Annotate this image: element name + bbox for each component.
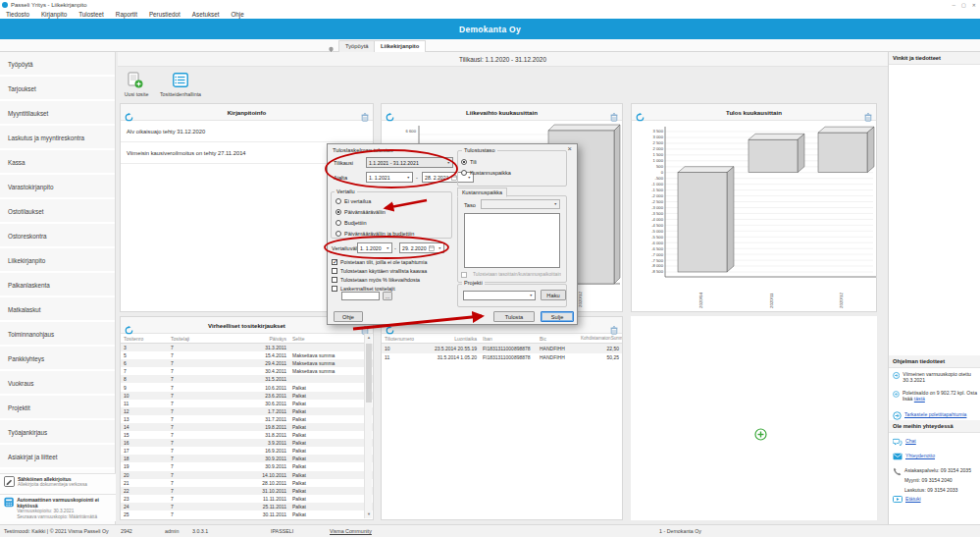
table-row[interactable]: 21728.10.2011Palkat <box>121 479 373 487</box>
menu-item-asetukset[interactable]: Asetukset <box>186 11 226 18</box>
help-button[interactable]: Ohje <box>334 311 363 322</box>
search-button[interactable]: Haku <box>541 290 566 300</box>
minimize-icon[interactable]: ─ <box>953 2 956 8</box>
projekti-select[interactable]: ▼ <box>463 291 536 300</box>
menu-item-raportit[interactable]: Raportit <box>110 11 143 18</box>
tilikausi-select[interactable]: 1.1.2021 - 31.12.2021▼ <box>366 157 453 168</box>
radio-icon[interactable] <box>335 220 341 226</box>
sidebar-item[interactable]: Ostoreskontra <box>0 224 115 248</box>
dialog-checkbox[interactable]: Poistetaan tilit, joilla ei ole tapahtum… <box>332 257 453 266</box>
taso-select[interactable]: ▼ <box>481 199 560 209</box>
table-row[interactable]: 19730.9.2011Palkat <box>121 462 373 470</box>
refresh-icon[interactable] <box>125 321 133 339</box>
table-row[interactable]: 13731.7.2011Palkat <box>121 415 373 423</box>
table-row[interactable]: 18730.9.2011Palkat <box>121 455 373 462</box>
sidebar-item[interactable]: Tarjoukset <box>0 77 115 101</box>
dialog-close-icon[interactable]: × <box>568 145 572 153</box>
table-row[interactable]: 7730.4.2011Maksettava summa <box>121 367 373 375</box>
vertailu-radio-option[interactable]: Päivämääräväliin <box>335 206 449 217</box>
table-row[interactable]: 9710.6.2011Palkat <box>121 383 373 391</box>
sidebar-item[interactable]: Kassa <box>0 150 115 175</box>
sidebar-item[interactable]: Työajankirjaus <box>0 420 115 445</box>
table-row[interactable]: 22731.10.2011Palkat <box>121 487 373 495</box>
sidebar-item[interactable]: Palkanlaskenta <box>0 273 115 297</box>
scroll-thumb[interactable] <box>366 344 372 403</box>
vertailuvali-from-date[interactable]: 1. 1.2020▼ <box>357 242 392 253</box>
tositelaji-input[interactable] <box>341 292 380 300</box>
ajalta-from-date[interactable]: 1. 1.2021▼ <box>366 172 413 183</box>
sidebar-item[interactable]: Myyntitilaukset <box>0 101 115 126</box>
buy-credits-link[interactable]: tästä <box>914 396 925 402</box>
table-row[interactable]: 23711.11.2011Palkat <box>121 495 373 503</box>
vertailu-radio-option[interactable]: Päivämääräväliin ja budjettiin <box>335 228 449 239</box>
contact-chat[interactable]: Chat <box>893 438 978 447</box>
tulostustaso-radio-option[interactable]: Tili <box>461 156 563 167</box>
maximize-icon[interactable]: ▢ <box>961 2 966 8</box>
contact-form[interactable]: Yhteydenotto <box>893 453 978 460</box>
trash-icon[interactable] <box>610 321 618 339</box>
kustannuspaikka-listbox[interactable] <box>464 213 560 268</box>
refresh-icon[interactable] <box>636 108 645 126</box>
table-row[interactable]: 6729.4.2011Maksettava summa <box>121 359 373 367</box>
new-voucher-icon[interactable] <box>127 72 143 92</box>
news-item-credit-events[interactable]: Tarkastele polettitapahtumia <box>893 411 978 420</box>
sidebar-item[interactable]: Pankkiyhteys <box>0 347 115 371</box>
checkbox-icon[interactable] <box>332 268 337 274</box>
sidebar-item[interactable]: Varastokirjanpito <box>0 175 115 199</box>
menu-item-tulosteet[interactable]: Tulosteet <box>73 11 110 18</box>
sidebar-item[interactable]: Projektit <box>0 396 115 420</box>
chat-link[interactable]: Chat <box>905 438 916 444</box>
dialog-checkbox[interactable]: Tulostetaan käyttäen virallista kaavaa <box>332 266 453 275</box>
trash-icon[interactable] <box>610 108 618 126</box>
menu-item-kirjanpito[interactable]: Kirjanpito <box>35 11 73 18</box>
menu-item-ohje[interactable]: Ohje <box>225 11 249 18</box>
vertailu-radio-option[interactable]: Ei vertailua <box>335 195 449 206</box>
sidebar-item[interactable]: Matkalaskut <box>0 297 115 322</box>
sidebar-item[interactable]: Laskutus ja myyntireskontra <box>0 126 115 150</box>
credit-events-link[interactable]: Tarkastele polettitapahtumia <box>904 411 966 417</box>
vertailuvali-to-date[interactable]: 29. 2.2020 ▼ <box>399 242 444 253</box>
backup-info-panel[interactable]: Automaattinen varmuuskopiointi ei käytös… <box>0 494 116 521</box>
browse-button[interactable]: ... <box>383 292 392 300</box>
new-voucher-label[interactable]: Uusi tosite <box>116 91 157 97</box>
add-widget-icon[interactable] <box>754 427 767 445</box>
table-row[interactable]: 15731.8.2011Palkat <box>121 431 373 439</box>
scroll-up-icon[interactable]: ▲ <box>365 334 373 342</box>
radio-icon[interactable] <box>335 231 341 237</box>
remote-support-link[interactable]: Etätuki <box>905 496 921 502</box>
table-row[interactable]: 24725.11.2011Palkat <box>121 503 373 510</box>
menu-item-tiedosto[interactable]: Tiedosto <box>0 11 35 18</box>
table-row[interactable]: 1673.9.2011Palkat <box>121 439 373 447</box>
dialog-checkbox[interactable]: Tulostetaan myös % liikevaihdosta <box>332 275 453 284</box>
table-row[interactable]: 3731.3.2011 <box>121 344 373 351</box>
checkbox-icon[interactable] <box>332 259 337 265</box>
sidebar-item[interactable]: Toiminnanohjaus <box>0 322 115 347</box>
table-row[interactable]: 25730.11.2011Palkat <box>121 510 373 518</box>
table-row[interactable]: 5715.4.2011Maksettava summa <box>121 351 373 359</box>
contact-remote-support[interactable]: Etätuki <box>893 496 978 504</box>
table-row[interactable]: 14719.8.2011Palkat <box>121 423 373 431</box>
table-row[interactable]: 20714.10.2011Palkat <box>121 471 373 479</box>
table-row[interactable]: 17716.9.2011Palkat <box>121 447 373 455</box>
voucher-management-icon[interactable] <box>173 73 188 91</box>
table-row[interactable]: 1023.5.2014 20.55.19FI1831311000898878HA… <box>382 344 622 353</box>
refresh-icon[interactable] <box>386 108 394 126</box>
kustannuspaikka-tab[interactable]: Kustannuspaikka <box>457 188 507 197</box>
sidebar-item[interactable]: Ostotilaukset <box>0 199 115 224</box>
table-row[interactable]: 8731.5.2011 <box>121 375 373 383</box>
tulostustaso-radio-option[interactable]: Kustannuspaikka <box>461 167 563 178</box>
signature-info-panel[interactable]: Sähköinen allekirjoitus Allekirjoita dok… <box>0 473 116 494</box>
radio-icon[interactable] <box>461 170 467 176</box>
scroll-down-icon[interactable]: ▼ <box>365 510 373 518</box>
checkbox-icon[interactable] <box>332 277 337 283</box>
news-item-credits[interactable]: Polettisaldo on 9 902.72 kpl. Osta lisää… <box>893 390 978 402</box>
table-row[interactable]: 10723.6.2011Palkat <box>121 392 373 400</box>
sidebar-item[interactable]: Työpöytä <box>0 52 115 77</box>
trash-icon[interactable] <box>864 108 872 126</box>
voucher-management-label[interactable]: Tositteidenhallinta <box>153 91 208 97</box>
refresh-icon[interactable] <box>125 108 133 126</box>
news-item-backup[interactable]: Viimeinen varmuuskopio otettu 30.3.2021 <box>893 371 978 383</box>
sidebar-item[interactable]: Asiakirjat ja liitteet <box>0 445 115 469</box>
sidebar-item[interactable]: Liikekirjanpito <box>0 248 115 273</box>
close-button[interactable]: Sulje <box>541 311 574 322</box>
